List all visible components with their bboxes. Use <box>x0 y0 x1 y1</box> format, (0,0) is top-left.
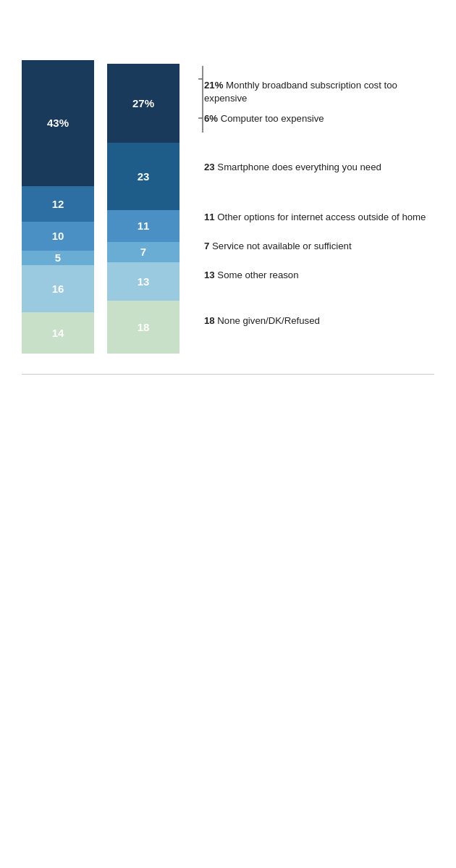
chart-label-item: 6% Computer too expensive <box>204 112 434 125</box>
chart-labels: 21% Monthly broadband subscription cost … <box>194 60 434 350</box>
bar-segment-2019: 13 <box>107 262 180 301</box>
bar-segment-2015: 43% <box>22 60 94 186</box>
chart-subtitle <box>22 30 434 44</box>
bracket-svg <box>194 60 204 350</box>
chart-area: 43%121051614 27%231171318 21% Monthly br… <box>22 60 434 361</box>
bar-segment-2015: 14 <box>22 312 94 354</box>
bar-segment-2015: 5 <box>22 251 94 265</box>
bar-2019: 27%231171318 <box>107 64 180 361</box>
bar-segment-2015: 16 <box>22 265 94 312</box>
bar-2015: 43%121051614 <box>22 60 94 361</box>
bar-segment-2019: 18 <box>107 301 180 354</box>
bar-segment-2019: 23 <box>107 143 180 210</box>
chart-label-item: 13 Some other reason <box>204 269 434 282</box>
bar-segment-2019: 11 <box>107 210 180 242</box>
source-section <box>22 374 434 396</box>
bar-segment-2019: 27% <box>107 64 180 143</box>
bar-segment-2015: 10 <box>22 222 94 251</box>
chart-label-item: 23 Smartphone does everything you need <box>204 161 434 174</box>
chart-label-item: 11 Other options for internet access out… <box>204 211 434 224</box>
bar-segment-2019: 7 <box>107 242 180 262</box>
chart-label-item: 7 Service not available or sufficient <box>204 240 434 253</box>
chart-label-item: 21% Monthly broadband subscription cost … <box>204 79 434 105</box>
chart-label-item: 18 None given/DK/Refused <box>204 314 434 327</box>
bar-segment-2015: 12 <box>22 186 94 222</box>
